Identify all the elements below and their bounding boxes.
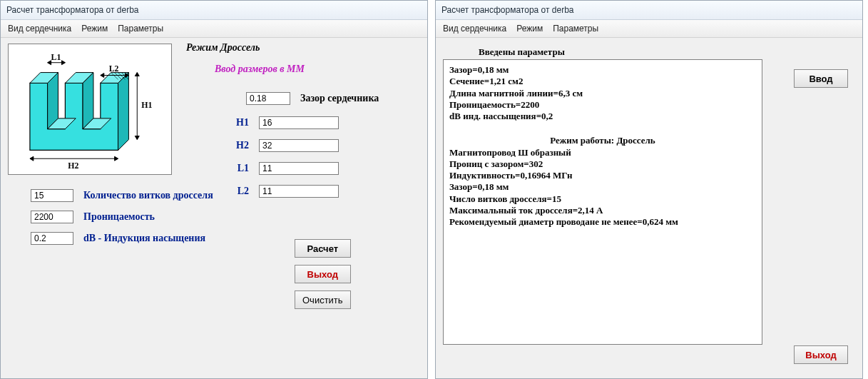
row-l1: L1: [215, 161, 339, 176]
svg-marker-14: [30, 156, 34, 161]
core-diagram-svg: L1 L2 H1 H2: [9, 44, 171, 174]
menu-mode[interactable]: Режим: [81, 24, 108, 34]
menu-params-right[interactable]: Параметры: [553, 24, 598, 34]
gap-label: Зазор сердечника: [290, 93, 379, 104]
gap-input[interactable]: [246, 92, 290, 105]
svg-marker-6: [61, 61, 65, 65]
title-bar-left: Расчет трансформатора от derba: [1, 1, 427, 20]
clear-button[interactable]: Очистить: [295, 290, 351, 309]
row-perm: Проницаемость: [31, 209, 155, 225]
row-gap: Зазор сердечника: [246, 91, 379, 106]
row-db: dВ - Индукция насыщения: [31, 231, 205, 246]
window-title: Расчет трансформатора от derba: [6, 5, 139, 15]
h1-label: H1: [215, 117, 259, 128]
l1-label: L1: [215, 163, 259, 174]
turns-label: Количество витков дросселя: [73, 190, 213, 201]
row-turns: Количество витков дросселя: [31, 188, 213, 203]
db-input[interactable]: [31, 232, 73, 245]
params-output: Зазор=0,18 ммСечение=1,21 см2Длина магни…: [443, 59, 762, 345]
exit-button-left[interactable]: Выход: [295, 265, 351, 283]
h1-input[interactable]: [259, 116, 339, 129]
window-title-right: Расчет трансформатора от derba: [441, 5, 574, 15]
svg-marker-15: [115, 156, 118, 161]
input-button[interactable]: Ввод: [794, 69, 848, 88]
row-h2: H2: [215, 138, 339, 153]
params-heading: Введены параметры: [479, 46, 565, 58]
h2-label: H2: [215, 140, 259, 151]
svg-label-h2: H2: [68, 161, 78, 171]
client-area-right: Введены параметры Зазор=0,18 ммСечение=1…: [436, 38, 862, 378]
window-left: Расчет трансформатора от derba Вид серде…: [0, 0, 428, 379]
svg-marker-11: [135, 73, 139, 76]
svg-marker-12: [135, 136, 139, 140]
svg-label-h1: H1: [141, 100, 152, 110]
calc-button[interactable]: Расчет: [295, 239, 351, 258]
core-diagram-box: L1 L2 H1 H2: [8, 44, 172, 175]
svg-label-l2: L2: [109, 64, 119, 74]
title-bar-right: Расчет трансформатора от derba: [436, 1, 862, 20]
l2-label: L2: [215, 186, 259, 197]
menu-mode-right[interactable]: Режим: [516, 24, 543, 34]
mode-heading: Режим Дроссель: [186, 42, 260, 54]
window-right: Расчет трансформатора от derba Вид серде…: [435, 0, 863, 379]
menu-params[interactable]: Параметры: [118, 24, 163, 34]
perm-label: Проницаемость: [73, 211, 155, 223]
row-l2: L2: [215, 183, 339, 199]
menu-bar-left: Вид сердечника Режим Параметры: [1, 20, 427, 38]
button-stack-left: Расчет Выход Очистить: [295, 239, 351, 309]
l1-input[interactable]: [259, 162, 339, 175]
turns-input[interactable]: [31, 189, 73, 202]
l2-input[interactable]: [259, 185, 339, 198]
db-label: dВ - Индукция насыщения: [73, 233, 205, 244]
menu-bar-right: Вид сердечника Режим Параметры: [436, 20, 862, 38]
client-area-left: L1 L2 H1 H2 Режим Дроссель Ввод размеров…: [1, 38, 427, 378]
menu-core-right[interactable]: Вид сердечника: [443, 24, 506, 34]
svg-marker-8: [101, 74, 104, 78]
row-h1: H1: [215, 115, 339, 131]
h2-input[interactable]: [259, 139, 339, 152]
exit-button-right[interactable]: Выход: [794, 345, 848, 364]
svg-label-l1: L1: [51, 52, 61, 62]
menu-core[interactable]: Вид сердечника: [8, 24, 71, 34]
perm-input[interactable]: [31, 211, 73, 223]
mm-heading: Ввод размеров в ММ: [215, 64, 305, 75]
